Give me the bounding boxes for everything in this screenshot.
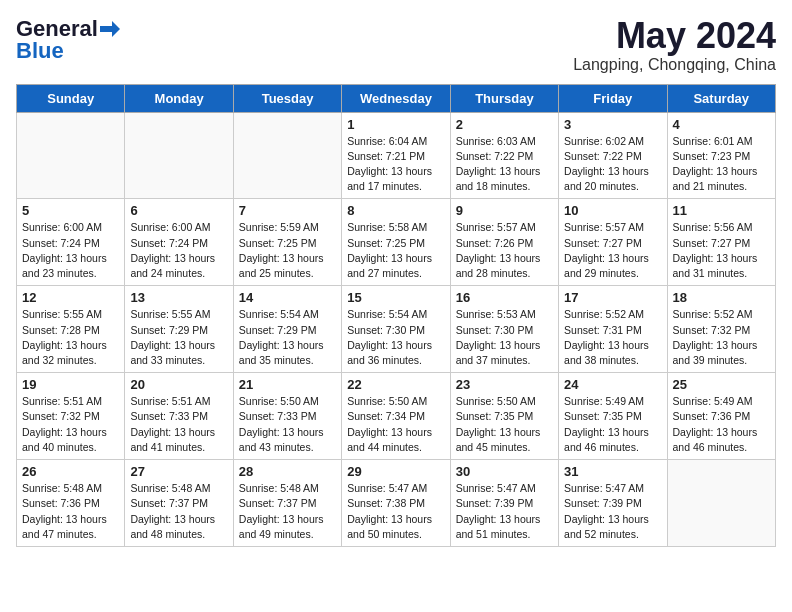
day-info: Sunrise: 5:59 AM Sunset: 7:25 PM Dayligh… [239,220,336,281]
calendar-cell: 13Sunrise: 5:55 AM Sunset: 7:29 PM Dayli… [125,286,233,373]
calendar-week-row: 12Sunrise: 5:55 AM Sunset: 7:28 PM Dayli… [17,286,776,373]
day-number: 3 [564,117,661,132]
calendar-cell: 5Sunrise: 6:00 AM Sunset: 7:24 PM Daylig… [17,199,125,286]
day-info: Sunrise: 5:55 AM Sunset: 7:29 PM Dayligh… [130,307,227,368]
calendar-cell: 28Sunrise: 5:48 AM Sunset: 7:37 PM Dayli… [233,460,341,547]
day-number: 2 [456,117,553,132]
calendar-cell: 25Sunrise: 5:49 AM Sunset: 7:36 PM Dayli… [667,373,775,460]
day-number: 11 [673,203,770,218]
page-header: General Blue May 2024 Langping, Chongqin… [16,16,776,74]
logo-arrow-icon [100,19,120,39]
day-number: 12 [22,290,119,305]
day-of-week-header: Monday [125,84,233,112]
calendar-cell: 11Sunrise: 5:56 AM Sunset: 7:27 PM Dayli… [667,199,775,286]
calendar-week-row: 1Sunrise: 6:04 AM Sunset: 7:21 PM Daylig… [17,112,776,199]
day-info: Sunrise: 5:50 AM Sunset: 7:35 PM Dayligh… [456,394,553,455]
day-info: Sunrise: 5:50 AM Sunset: 7:33 PM Dayligh… [239,394,336,455]
calendar-header-row: SundayMondayTuesdayWednesdayThursdayFrid… [17,84,776,112]
logo-blue: Blue [16,38,64,64]
day-info: Sunrise: 6:04 AM Sunset: 7:21 PM Dayligh… [347,134,444,195]
day-number: 19 [22,377,119,392]
day-info: Sunrise: 6:00 AM Sunset: 7:24 PM Dayligh… [22,220,119,281]
day-info: Sunrise: 6:00 AM Sunset: 7:24 PM Dayligh… [130,220,227,281]
day-number: 28 [239,464,336,479]
calendar-cell: 6Sunrise: 6:00 AM Sunset: 7:24 PM Daylig… [125,199,233,286]
calendar-cell: 31Sunrise: 5:47 AM Sunset: 7:39 PM Dayli… [559,460,667,547]
calendar-cell: 7Sunrise: 5:59 AM Sunset: 7:25 PM Daylig… [233,199,341,286]
location-subtitle: Langping, Chongqing, China [573,56,776,74]
calendar-cell [667,460,775,547]
calendar-cell: 22Sunrise: 5:50 AM Sunset: 7:34 PM Dayli… [342,373,450,460]
day-number: 21 [239,377,336,392]
calendar-cell: 29Sunrise: 5:47 AM Sunset: 7:38 PM Dayli… [342,460,450,547]
day-info: Sunrise: 5:52 AM Sunset: 7:31 PM Dayligh… [564,307,661,368]
calendar-cell: 19Sunrise: 5:51 AM Sunset: 7:32 PM Dayli… [17,373,125,460]
day-number: 22 [347,377,444,392]
calendar-cell: 4Sunrise: 6:01 AM Sunset: 7:23 PM Daylig… [667,112,775,199]
calendar-cell [125,112,233,199]
day-info: Sunrise: 6:01 AM Sunset: 7:23 PM Dayligh… [673,134,770,195]
day-number: 9 [456,203,553,218]
day-number: 24 [564,377,661,392]
day-number: 4 [673,117,770,132]
calendar-cell: 26Sunrise: 5:48 AM Sunset: 7:36 PM Dayli… [17,460,125,547]
calendar-cell: 3Sunrise: 6:02 AM Sunset: 7:22 PM Daylig… [559,112,667,199]
calendar-cell: 9Sunrise: 5:57 AM Sunset: 7:26 PM Daylig… [450,199,558,286]
day-of-week-header: Wednesday [342,84,450,112]
calendar-cell: 10Sunrise: 5:57 AM Sunset: 7:27 PM Dayli… [559,199,667,286]
day-of-week-header: Thursday [450,84,558,112]
calendar-cell: 1Sunrise: 6:04 AM Sunset: 7:21 PM Daylig… [342,112,450,199]
day-info: Sunrise: 5:51 AM Sunset: 7:33 PM Dayligh… [130,394,227,455]
day-number: 5 [22,203,119,218]
day-info: Sunrise: 5:51 AM Sunset: 7:32 PM Dayligh… [22,394,119,455]
logo: General Blue [16,16,120,64]
calendar-cell: 23Sunrise: 5:50 AM Sunset: 7:35 PM Dayli… [450,373,558,460]
calendar-week-row: 26Sunrise: 5:48 AM Sunset: 7:36 PM Dayli… [17,460,776,547]
day-number: 13 [130,290,227,305]
day-number: 8 [347,203,444,218]
calendar-cell: 2Sunrise: 6:03 AM Sunset: 7:22 PM Daylig… [450,112,558,199]
month-year-title: May 2024 [573,16,776,56]
day-number: 23 [456,377,553,392]
day-number: 25 [673,377,770,392]
day-info: Sunrise: 5:57 AM Sunset: 7:26 PM Dayligh… [456,220,553,281]
calendar-cell [233,112,341,199]
calendar-cell: 21Sunrise: 5:50 AM Sunset: 7:33 PM Dayli… [233,373,341,460]
day-of-week-header: Friday [559,84,667,112]
day-info: Sunrise: 5:54 AM Sunset: 7:29 PM Dayligh… [239,307,336,368]
day-info: Sunrise: 5:53 AM Sunset: 7:30 PM Dayligh… [456,307,553,368]
day-info: Sunrise: 5:49 AM Sunset: 7:36 PM Dayligh… [673,394,770,455]
day-info: Sunrise: 5:56 AM Sunset: 7:27 PM Dayligh… [673,220,770,281]
day-number: 17 [564,290,661,305]
day-info: Sunrise: 6:02 AM Sunset: 7:22 PM Dayligh… [564,134,661,195]
calendar-table: SundayMondayTuesdayWednesdayThursdayFrid… [16,84,776,547]
day-info: Sunrise: 5:50 AM Sunset: 7:34 PM Dayligh… [347,394,444,455]
day-of-week-header: Sunday [17,84,125,112]
day-info: Sunrise: 5:52 AM Sunset: 7:32 PM Dayligh… [673,307,770,368]
day-number: 16 [456,290,553,305]
day-number: 31 [564,464,661,479]
day-number: 26 [22,464,119,479]
day-number: 14 [239,290,336,305]
calendar-cell: 12Sunrise: 5:55 AM Sunset: 7:28 PM Dayli… [17,286,125,373]
day-number: 20 [130,377,227,392]
day-of-week-header: Saturday [667,84,775,112]
calendar-cell: 27Sunrise: 5:48 AM Sunset: 7:37 PM Dayli… [125,460,233,547]
day-info: Sunrise: 5:47 AM Sunset: 7:39 PM Dayligh… [564,481,661,542]
calendar-cell: 14Sunrise: 5:54 AM Sunset: 7:29 PM Dayli… [233,286,341,373]
day-number: 7 [239,203,336,218]
day-number: 18 [673,290,770,305]
day-info: Sunrise: 5:49 AM Sunset: 7:35 PM Dayligh… [564,394,661,455]
calendar-cell [17,112,125,199]
day-info: Sunrise: 5:48 AM Sunset: 7:37 PM Dayligh… [130,481,227,542]
day-number: 27 [130,464,227,479]
day-info: Sunrise: 5:47 AM Sunset: 7:38 PM Dayligh… [347,481,444,542]
svg-marker-0 [100,21,120,37]
calendar-cell: 17Sunrise: 5:52 AM Sunset: 7:31 PM Dayli… [559,286,667,373]
day-number: 10 [564,203,661,218]
day-info: Sunrise: 5:48 AM Sunset: 7:36 PM Dayligh… [22,481,119,542]
day-info: Sunrise: 5:57 AM Sunset: 7:27 PM Dayligh… [564,220,661,281]
calendar-cell: 20Sunrise: 5:51 AM Sunset: 7:33 PM Dayli… [125,373,233,460]
calendar-cell: 15Sunrise: 5:54 AM Sunset: 7:30 PM Dayli… [342,286,450,373]
day-number: 1 [347,117,444,132]
